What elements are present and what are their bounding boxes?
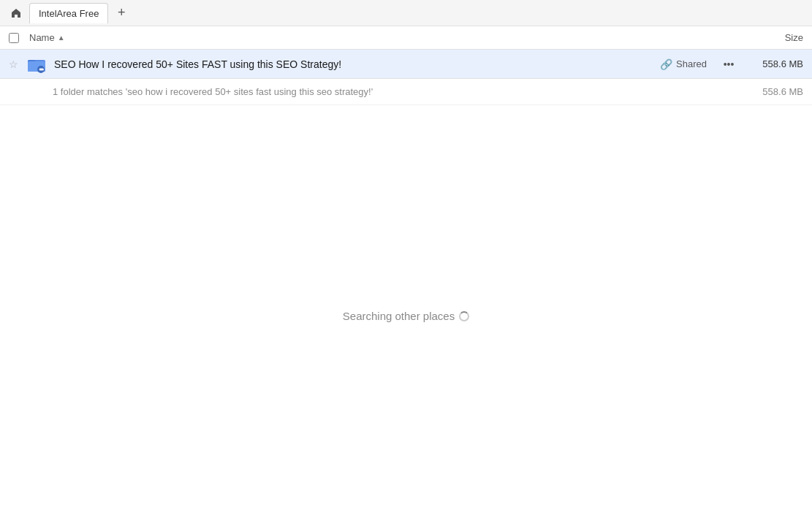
file-row[interactable]: ☆ SEO How I recovered 50+ Sites FAST usi… <box>0 50 812 79</box>
shared-label: Shared <box>676 58 707 69</box>
tab-label: IntelArea Free <box>39 8 99 19</box>
main-tab[interactable]: IntelArea Free <box>29 3 108 23</box>
size-column-label: Size <box>785 32 803 43</box>
match-row: 1 folder matches 'seo how i recovered 50… <box>0 79 812 105</box>
select-all-checkbox-area[interactable] <box>9 33 29 43</box>
svg-rect-3 <box>40 69 42 69</box>
match-size: 558.6 MB <box>745 86 803 97</box>
name-column-label: Name <box>29 32 55 43</box>
topbar: IntelArea Free + <box>0 0 812 26</box>
link-icon: 🔗 <box>660 58 672 70</box>
more-options-button[interactable]: ••• <box>718 54 739 75</box>
name-column-header[interactable]: Name ▲ <box>29 32 730 43</box>
loading-spinner <box>459 311 469 321</box>
folder-icon <box>25 53 48 76</box>
select-all-checkbox[interactable] <box>9 33 19 43</box>
column-header: Name ▲ Size <box>0 26 812 50</box>
file-size: 558.6 MB <box>745 58 803 69</box>
searching-area: Searching other places <box>0 310 812 322</box>
shared-badge: 🔗 Shared <box>660 58 707 70</box>
star-button[interactable]: ☆ <box>9 58 25 70</box>
sort-arrow-icon: ▲ <box>58 34 65 42</box>
searching-label: Searching other places <box>343 310 455 322</box>
match-text: 1 folder matches 'seo how i recovered 50… <box>53 86 745 97</box>
file-name: SEO How I recovered 50+ Sites FAST using… <box>54 58 660 70</box>
add-tab-button[interactable]: + <box>111 3 132 23</box>
home-button[interactable] <box>6 3 26 23</box>
star-icon: ☆ <box>9 58 18 70</box>
size-column-header[interactable]: Size <box>730 32 803 43</box>
more-icon: ••• <box>724 58 735 70</box>
